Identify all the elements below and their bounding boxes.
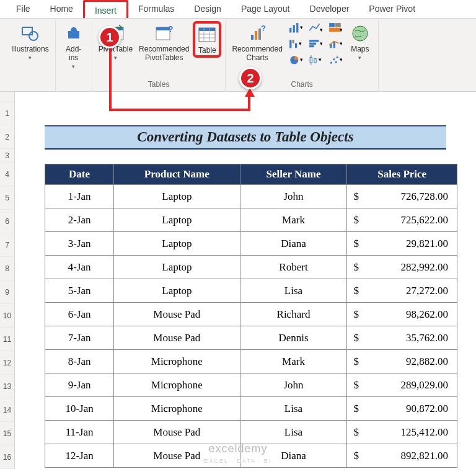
row-header[interactable]: 4 [0,163,15,186]
table-row[interactable]: 5-JanLaptopLisa$27,272.00 [45,279,457,303]
stat-chart-icon[interactable]: ▾ [309,55,322,66]
illustrations-button[interactable]: Illustrations ▾ [9,21,51,61]
cell-date[interactable]: 8-Jan [45,350,114,373]
cell-product[interactable]: Mouse Pad [114,303,240,326]
cell-seller[interactable]: John [240,373,347,397]
table-row[interactable]: 7-JanMouse PadDennis$35,762.00 [45,326,457,350]
cell-product[interactable]: Laptop [114,256,240,279]
cell-price[interactable]: $125,412.00 [347,421,457,444]
row-header[interactable]: 1 [0,102,15,125]
table-button[interactable]: Table [193,21,221,58]
table-row[interactable]: 11-JanMouse PadLisa$125,412.00 [45,421,457,444]
cell-date[interactable]: 2-Jan [45,208,114,232]
row-header[interactable]: 12 [0,351,15,375]
cell-seller[interactable]: Diana [240,232,347,256]
cell-price[interactable]: $35,762.00 [347,326,457,350]
cell-date[interactable]: 10-Jan [45,397,114,421]
cell-seller[interactable]: Robert [240,256,347,279]
table-row[interactable]: 4-JanLaptopRobert$282,992.00 [45,256,457,279]
cell-product[interactable]: Microphone [114,373,240,397]
row-header[interactable]: 16 [0,445,15,469]
tab-power-pivot[interactable]: Power Pivot [359,0,425,18]
row-header[interactable]: 2 [0,125,15,149]
col-product[interactable]: Product Name [114,164,240,185]
table-row[interactable]: 3-JanLaptopDiana$29,821.00 [45,232,457,256]
cell-price[interactable]: $98,262.00 [347,303,457,326]
table-row[interactable]: 1-JanLaptopJohn$726,728.00 [45,185,457,208]
cell-date[interactable]: 11-Jan [45,421,114,444]
recommended-charts-button[interactable]: ? Recommended Charts [229,21,284,63]
pie-chart-icon[interactable]: ▾ [289,55,302,66]
cell-date[interactable]: 7-Jan [45,326,114,350]
cell-product[interactable]: Laptop [114,279,240,303]
bar-chart-icon[interactable]: ▾ [309,38,322,50]
cell-date[interactable]: 5-Jan [45,279,114,303]
cell-date[interactable]: 12-Jan [45,444,114,468]
row-header[interactable]: 9 [0,280,15,304]
row-header[interactable]: 7 [0,233,15,257]
cell-date[interactable]: 9-Jan [45,373,114,397]
tab-developer[interactable]: Developer [300,0,359,18]
tab-file[interactable]: File [6,0,40,18]
row-header[interactable]: 8 [0,257,15,280]
cell-price[interactable]: $282,992.00 [347,256,457,279]
table-row[interactable]: 2-JanLaptopMark$725,622.00 [45,208,457,232]
cell-seller[interactable]: John [240,185,347,208]
addins-button[interactable]: Add- ins ▾ [60,21,88,69]
waterfall-chart-icon[interactable]: ▾ [289,38,302,50]
tab-design[interactable]: Design [184,0,231,18]
tab-formulas[interactable]: Formulas [128,0,184,18]
table-row[interactable]: 9-JanMicrophoneJohn$289,029.00 [45,373,457,397]
cell-product[interactable]: Microphone [114,397,240,421]
cell-seller[interactable]: Lisa [240,279,347,303]
row-header[interactable]: 3 [0,149,15,163]
row-header[interactable]: 15 [0,422,15,445]
col-date[interactable]: Date [45,164,114,185]
scatter-chart-icon[interactable]: ▾ [328,55,342,66]
tab-insert[interactable]: Insert [83,0,128,18]
cell-product[interactable]: Mouse Pad [114,421,240,444]
cell-product[interactable]: Microphone [114,350,240,373]
cell-price[interactable]: $725,622.00 [347,208,457,232]
cell-product[interactable]: Laptop [114,232,240,256]
cell-product[interactable]: Laptop [114,208,240,232]
maps-button[interactable]: Maps ▾ [346,21,374,61]
cell-seller[interactable]: Lisa [240,421,347,444]
cell-price[interactable]: $726,728.00 [347,185,457,208]
tab-home[interactable]: Home [40,0,83,18]
row-header[interactable]: 6 [0,210,15,233]
row-header[interactable] [0,92,15,102]
column-chart-icon[interactable]: ▾ [289,22,302,34]
table-row[interactable]: 8-JanMicrophoneMark$92,882.00 [45,350,457,373]
row-header[interactable]: 13 [0,375,15,398]
col-seller[interactable]: Seller Name [240,164,347,185]
table-row[interactable]: 6-JanMouse PadRichard$98,262.00 [45,303,457,326]
cell-product[interactable]: Laptop [114,185,240,208]
cell-date[interactable]: 4-Jan [45,256,114,279]
cell-date[interactable]: 1-Jan [45,185,114,208]
cell-seller[interactable]: Dennis [240,326,347,350]
tab-page-layout[interactable]: Page Layout [231,0,300,18]
recommended-pivottables-button[interactable]: ? Recommended PivotTables [136,21,192,63]
cell-seller[interactable]: Lisa [240,397,347,421]
cell-date[interactable]: 3-Jan [45,232,114,256]
row-header[interactable]: 14 [0,398,15,422]
hierarchy-chart-icon[interactable]: ▾ [328,22,342,34]
cell-price[interactable]: $892,821.00 [347,444,457,468]
cell-seller[interactable]: Richard [240,303,347,326]
line-chart-icon[interactable]: ▾ [309,22,322,34]
cell-seller[interactable]: Mark [240,350,347,373]
cell-price[interactable]: $29,821.00 [347,232,457,256]
combo-chart-icon[interactable]: ▾ [328,38,342,50]
row-header[interactable]: 5 [0,186,15,210]
table-row[interactable]: 10-JanMicrophoneLisa$90,872.00 [45,397,457,421]
cell-product[interactable]: Mouse Pad [114,326,240,350]
row-header[interactable]: 11 [0,328,15,351]
cell-seller[interactable]: Mark [240,208,347,232]
col-price[interactable]: Sales Price [347,164,457,185]
cell-price[interactable]: $289,029.00 [347,373,457,397]
cell-price[interactable]: $90,872.00 [347,397,457,421]
cell-price[interactable]: $27,272.00 [347,279,457,303]
row-header[interactable]: 10 [0,304,15,328]
cell-date[interactable]: 6-Jan [45,303,114,326]
